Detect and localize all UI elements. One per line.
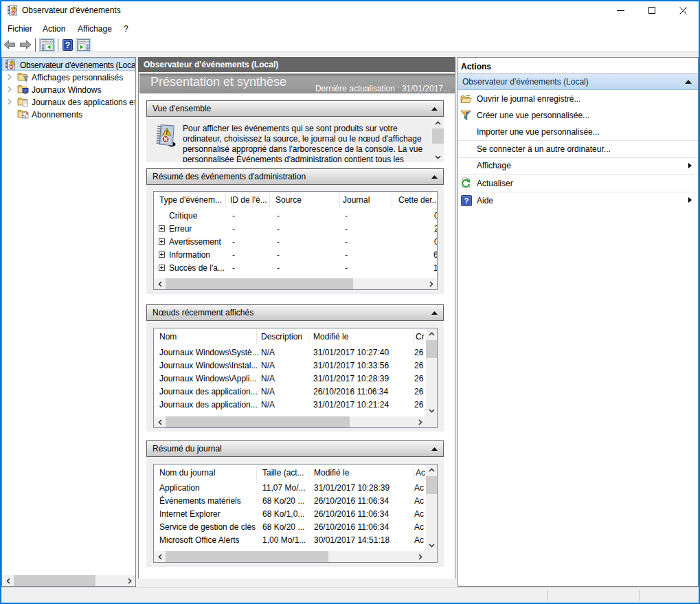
svg-text:?: ?	[65, 41, 70, 50]
svg-text:?: ?	[464, 197, 468, 205]
